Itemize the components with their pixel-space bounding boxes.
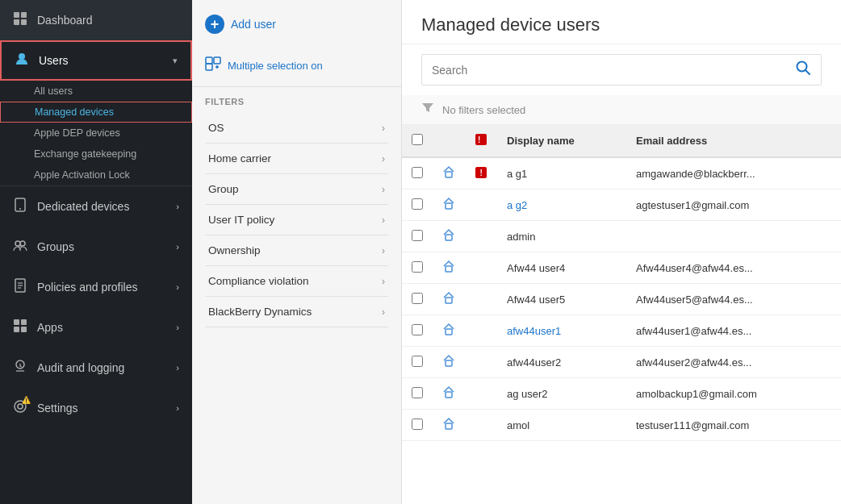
row-check-2[interactable] <box>402 221 433 252</box>
filter-group[interactable]: Group › <box>205 174 388 205</box>
filter-funnel-icon <box>421 102 434 118</box>
svg-point-7 <box>15 241 20 246</box>
user-name-link[interactable]: a g2 <box>507 199 527 211</box>
sidebar-item-audit[interactable]: Audit and logging › <box>0 348 192 388</box>
svg-text:!: ! <box>480 169 483 177</box>
row-check-3[interactable] <box>402 252 433 284</box>
table-row: afw44user1afw44user1@afw44.es... <box>402 315 841 347</box>
filter-blackberry-dynamics[interactable]: BlackBerry Dynamics › <box>205 297 388 327</box>
checkbox-row-0[interactable] <box>412 167 423 178</box>
filter-home-carrier[interactable]: Home carrier › <box>205 144 388 174</box>
table-row: Afw44 user5Afw44user5@afw44.es... <box>402 284 841 315</box>
multiple-selection-button[interactable]: Multiple selection on <box>192 48 401 87</box>
search-bar[interactable] <box>421 54 822 85</box>
sidebar-item-dashboard[interactable]: Dashboard <box>0 0 192 40</box>
filter-ownership[interactable]: Ownership › <box>205 235 388 266</box>
settings-label: Settings <box>37 402 78 414</box>
search-input[interactable] <box>432 64 795 77</box>
checkbox-row-2[interactable] <box>412 230 423 241</box>
checkbox-row-6[interactable] <box>412 356 423 367</box>
checkbox-row-1[interactable] <box>412 198 423 210</box>
add-user-plus-icon: + <box>205 15 224 34</box>
user-name-link[interactable]: afw44user1 <box>507 325 561 337</box>
filter-compliance-label: Compliance violation <box>208 275 309 287</box>
sidebar-subitem-exchange[interactable]: Exchange gatekeeping <box>0 144 192 165</box>
row-home-icon-3 <box>433 252 465 284</box>
filter-group-chevron: › <box>382 184 385 195</box>
home-icon <box>442 293 455 306</box>
add-user-button[interactable]: + Add user <box>192 0 401 48</box>
row-display-name-5[interactable]: afw44user1 <box>497 315 626 347</box>
users-table: ! Display name Email address !a g1amgawa… <box>402 125 841 441</box>
filter-os-chevron: › <box>382 123 385 134</box>
checkbox-row-3[interactable] <box>412 261 423 273</box>
row-check-7[interactable] <box>402 378 433 410</box>
sidebar-subitem-apple-dep[interactable]: Apple DEP devices <box>0 123 192 144</box>
row-red-icon-1 <box>465 190 497 221</box>
no-filters-text: No filters selected <box>442 104 525 116</box>
filter-compliance[interactable]: Compliance violation › <box>205 266 388 297</box>
row-home-icon-0 <box>433 157 465 190</box>
home-icon <box>442 324 455 338</box>
home-icon <box>442 387 455 401</box>
row-check-1[interactable] <box>402 190 433 221</box>
table-row: afw44user2afw44user2@afw44.es... <box>402 347 841 378</box>
row-display-name-1[interactable]: a g2 <box>497 190 626 221</box>
row-home-icon-1 <box>433 190 465 221</box>
sidebar-item-apps[interactable]: Apps › <box>0 307 192 348</box>
groups-icon <box>13 238 27 256</box>
svg-rect-1 <box>21 12 27 18</box>
home-icon <box>442 419 455 432</box>
sidebar-subitem-apple-activation[interactable]: Apple Activation Lock <box>0 165 192 185</box>
row-email-4: Afw44user5@afw44.es... <box>626 284 841 315</box>
table-body: !a g1amgawande@blackberr...a g2agtestuse… <box>402 157 841 441</box>
checkbox-row-8[interactable] <box>412 419 423 430</box>
row-check-5[interactable] <box>402 315 433 347</box>
svg-rect-32 <box>446 203 452 209</box>
sidebar-subitem-managed-devices[interactable]: Managed devices <box>0 102 192 123</box>
audit-icon <box>13 359 27 377</box>
row-home-icon-5 <box>433 315 465 347</box>
svg-rect-35 <box>446 298 452 303</box>
sidebar-subitem-all-users[interactable]: All users <box>0 81 192 102</box>
home-icon <box>442 261 455 275</box>
sidebar-item-policies[interactable]: Policies and profiles › <box>0 267 192 307</box>
filter-home-carrier-chevron: › <box>382 153 385 165</box>
row-check-6[interactable] <box>402 347 433 378</box>
table-header-row: ! Display name Email address <box>402 125 841 157</box>
select-all-checkbox[interactable] <box>412 134 423 145</box>
svg-point-8 <box>20 241 25 246</box>
checkbox-row-7[interactable] <box>412 387 423 398</box>
audit-chevron: › <box>176 363 179 373</box>
col-header-email: Email address <box>626 125 841 157</box>
apps-label: Apps <box>37 321 63 334</box>
filter-compliance-chevron: › <box>382 276 385 287</box>
dashboard-label: Dashboard <box>37 14 93 27</box>
dedicated-devices-chevron: › <box>176 202 179 211</box>
col-header-check[interactable] <box>402 125 433 157</box>
filter-user-it-policy-chevron: › <box>382 215 385 226</box>
settings-chevron: › <box>176 403 179 413</box>
checkbox-row-5[interactable] <box>412 324 423 335</box>
table-row: ag user2amolbackup1@gmail.com <box>402 378 841 410</box>
row-check-8[interactable] <box>402 410 433 441</box>
checkbox-row-4[interactable] <box>412 293 423 304</box>
header-red-icon: ! <box>475 136 487 148</box>
svg-rect-29 <box>446 172 452 177</box>
sidebar-item-groups[interactable]: Groups › <box>0 227 192 267</box>
search-icon[interactable] <box>795 60 811 80</box>
sidebar-item-users[interactable]: Users ▾ <box>0 40 192 81</box>
filter-user-it-policy[interactable]: User IT policy › <box>205 205 388 235</box>
row-red-icon-3 <box>465 252 497 284</box>
home-icon <box>442 167 455 181</box>
row-home-icon-7 <box>433 378 465 410</box>
settings-warning-icon: ⚠️ <box>13 399 27 417</box>
row-check-4[interactable] <box>402 284 433 315</box>
filter-os[interactable]: OS › <box>205 113 388 144</box>
row-check-0[interactable] <box>402 157 433 190</box>
svg-rect-22 <box>206 64 212 70</box>
sidebar-item-settings[interactable]: ⚠️ Settings › <box>0 388 192 428</box>
row-red-icon-6 <box>465 347 497 378</box>
apps-chevron: › <box>176 323 179 332</box>
sidebar-item-dedicated-devices[interactable]: Dedicated devices › <box>0 186 192 227</box>
